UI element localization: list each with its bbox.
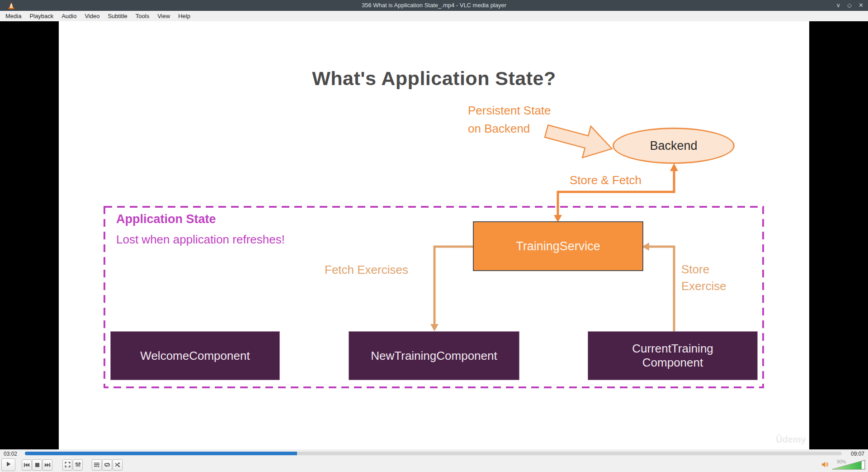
seek-bar[interactable] [25,452,842,455]
volume-icon[interactable] [821,461,829,468]
extended-settings-button[interactable] [73,459,83,471]
previous-icon [24,461,30,469]
arrowhead-down [430,324,439,331]
block-arrow [542,115,616,164]
maximize-button[interactable]: ◇ [847,0,852,11]
seek-bar-fill [25,452,297,455]
elapsed-time: 03:02 [4,451,17,457]
volume-percentage: 90% [837,459,846,464]
training-service-node: TrainingService [473,221,643,271]
next-button[interactable] [42,459,52,471]
arrowhead-up [670,163,678,171]
menu-help[interactable]: Help [174,11,194,21]
store-fetch-label: Store & Fetch [570,173,642,187]
welcome-component-label: WelcomeComponent [140,349,250,363]
loop-icon [104,461,110,469]
training-service-label: TrainingService [516,239,600,253]
play-icon [5,461,12,469]
fetch-exercises-connector [434,247,473,324]
menu-audio[interactable]: Audio [57,11,80,21]
store-exercise-label: Store Exercise [681,261,726,295]
backend-label: Backend [650,139,697,153]
udemy-watermark: Ûdemy [776,434,806,445]
slide-heading: What's Application State? [59,67,809,90]
close-button[interactable]: ✕ [859,0,863,11]
player-controls: 03:02 09:07 [0,449,868,472]
persistent-state-label: Persistent State on Backend [468,101,551,138]
random-button[interactable] [113,459,123,471]
application-state-title: Application State [116,212,216,226]
menu-media[interactable]: Media [1,11,25,21]
next-icon [44,461,51,469]
extended-settings-icon [75,461,81,469]
transport-buttons: 90% [0,458,868,472]
stop-button[interactable] [32,459,42,471]
title-bar: 356 What is Application State_.mp4 - VLC… [0,0,868,11]
store-exercise-connector [649,247,674,331]
fetch-exercises-label: Fetch Exercises [325,263,408,277]
menu-playback[interactable]: Playback [25,11,57,21]
window-title: 356 What is Application State_.mp4 - VLC… [0,0,868,11]
video-display-area[interactable]: What's Application State? Persistent Sta… [0,21,868,449]
current-training-component-node: CurrentTraining Component [588,331,758,380]
welcome-component-node: WelcomeComponent [110,331,280,380]
random-icon [115,461,121,469]
menu-view[interactable]: View [153,11,174,21]
slide-content: What's Application State? Persistent Sta… [59,21,809,449]
menu-tools[interactable]: Tools [132,11,153,21]
play-button[interactable] [1,458,15,471]
menu-subtitle[interactable]: Subtitle [104,11,131,21]
current-training-component-label: CurrentTraining Component [632,342,713,370]
backend-node: Backend [613,128,735,164]
application-state-subtitle: Lost when application refreshes! [116,233,285,247]
total-time: 09:07 [851,451,864,457]
fullscreen-icon [65,461,71,469]
fullscreen-button[interactable] [62,459,72,471]
menu-bar: Media Playback Audio Video Subtitle Tool… [0,11,868,21]
playlist-button[interactable] [92,459,102,471]
playlist-icon [94,461,100,469]
minimize-button[interactable]: ∨ [836,0,841,11]
new-training-component-node: NewTrainingComponent [349,331,519,380]
previous-button[interactable] [22,459,32,471]
stop-icon [35,461,40,469]
loop-button[interactable] [102,459,112,471]
new-training-component-label: NewTrainingComponent [371,349,497,363]
menu-video[interactable]: Video [80,11,104,21]
window-controls: ∨ ◇ ✕ [836,0,863,11]
